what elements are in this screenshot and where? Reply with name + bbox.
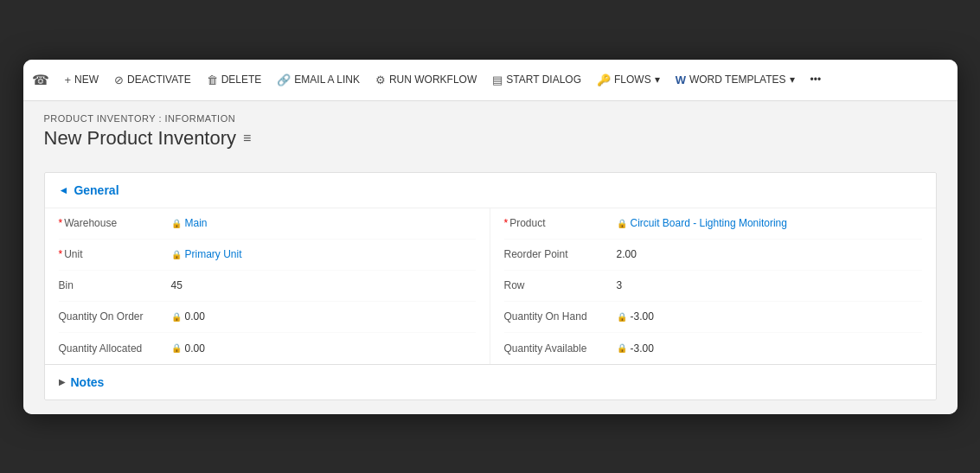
qty-order-lock-icon: 🔒 xyxy=(171,312,182,322)
email-link-icon: 🔗 xyxy=(277,74,291,86)
deactivate-icon: ⊘ xyxy=(114,74,124,86)
page-title: New Product Inventory xyxy=(44,127,237,150)
quantity-available-label: Quantity Available xyxy=(504,342,617,355)
warehouse-row: Warehouse 🔒 Main xyxy=(59,208,476,240)
quantity-on-order-row: Quantity On Order 🔒 0.00 xyxy=(59,302,476,333)
more-icon: ••• xyxy=(810,74,822,86)
row-value: 3 xyxy=(617,279,623,291)
unit-row: Unit 🔒 Primary Unit xyxy=(59,240,476,271)
form-right-column: Product 🔒 Circuit Board - Lighting Monit… xyxy=(490,208,936,364)
general-section-title: General xyxy=(74,183,118,197)
email-link-button[interactable]: 🔗 EMAIL A LINK xyxy=(270,68,367,92)
page-title-container: New Product Inventory ≡ xyxy=(44,127,937,150)
more-button[interactable]: ••• xyxy=(804,68,829,91)
quantity-allocated-value: 🔒 0.00 xyxy=(171,342,205,355)
flows-button[interactable]: 🔑 FLOWS ▾ xyxy=(590,68,667,92)
main-content: ◄ General Warehouse 🔒 Main Unit xyxy=(23,158,958,414)
quantity-on-hand-row: Quantity On Hand 🔒 -3.00 xyxy=(504,302,922,333)
bin-value: 45 xyxy=(171,279,183,291)
general-card: ◄ General Warehouse 🔒 Main Unit xyxy=(44,172,937,400)
header-area: PRODUCT INVENTORY : INFORMATION New Prod… xyxy=(23,101,958,158)
notes-section-header[interactable]: ▶ Notes xyxy=(45,364,936,399)
dialog-icon: ▤ xyxy=(492,74,503,86)
quantity-on-order-value: 🔒 0.00 xyxy=(171,310,205,323)
product-value[interactable]: 🔒 Circuit Board - Lighting Monitoring xyxy=(617,217,787,229)
flows-icon: 🔑 xyxy=(597,74,611,86)
product-row: Product 🔒 Circuit Board - Lighting Monit… xyxy=(504,208,922,240)
quantity-on-order-label: Quantity On Order xyxy=(59,310,171,323)
bin-row: Bin 45 xyxy=(59,271,476,302)
general-section-header[interactable]: ◄ General xyxy=(45,173,936,208)
warehouse-label: Warehouse xyxy=(59,217,171,229)
quantity-allocated-row: Quantity Allocated 🔒 0.00 xyxy=(59,333,476,364)
toolbar: ☎ + NEW ⊘ DEACTIVATE 🗑 DELETE 🔗 EMAIL A … xyxy=(23,60,958,101)
bin-label: Bin xyxy=(59,279,171,291)
new-icon: + xyxy=(65,74,72,86)
delete-icon: 🗑 xyxy=(207,74,218,86)
form-grid: Warehouse 🔒 Main Unit 🔒 Primary Unit xyxy=(45,208,936,364)
word-templates-icon: W xyxy=(676,74,686,86)
page-menu-icon[interactable]: ≡ xyxy=(243,131,251,146)
warehouse-value[interactable]: 🔒 Main xyxy=(171,217,208,229)
qty-hand-lock-icon: 🔒 xyxy=(617,312,627,322)
notes-arrow: ▶ xyxy=(59,377,66,387)
quantity-available-value: 🔒 -3.00 xyxy=(617,342,654,355)
reorder-point-label: Reorder Point xyxy=(504,248,617,260)
unit-value[interactable]: 🔒 Primary Unit xyxy=(171,248,242,260)
quantity-available-row: Quantity Available 🔒 -3.00 xyxy=(504,333,922,364)
qty-avail-lock-icon: 🔒 xyxy=(617,343,627,353)
delete-button[interactable]: 🗑 DELETE xyxy=(200,68,269,92)
qty-alloc-lock-icon: 🔒 xyxy=(171,343,182,353)
reorder-point-row: Reorder Point 2.00 xyxy=(504,240,922,271)
word-templates-button[interactable]: W WORD TEMPLATES ▾ xyxy=(669,68,802,92)
unit-lock-icon: 🔒 xyxy=(171,250,182,259)
run-workflow-button[interactable]: ⚙ RUN WORKFLOW xyxy=(368,68,484,92)
quantity-on-hand-value: 🔒 -3.00 xyxy=(617,310,654,323)
row-row: Row 3 xyxy=(504,271,922,302)
deactivate-button[interactable]: ⊘ DEACTIVATE xyxy=(107,68,198,92)
word-templates-dropdown-icon: ▾ xyxy=(790,74,795,86)
reorder-point-value: 2.00 xyxy=(617,248,637,260)
row-label: Row xyxy=(504,279,617,291)
notes-title: Notes xyxy=(71,375,105,389)
quantity-on-hand-label: Quantity On Hand xyxy=(504,310,617,323)
product-lock-icon: 🔒 xyxy=(617,219,627,228)
warehouse-lock-icon: 🔒 xyxy=(171,219,182,228)
form-left-column: Warehouse 🔒 Main Unit 🔒 Primary Unit xyxy=(45,208,490,364)
flows-dropdown-icon: ▾ xyxy=(655,74,660,86)
quantity-allocated-label: Quantity Allocated xyxy=(59,342,171,355)
breadcrumb: PRODUCT INVENTORY : INFORMATION xyxy=(44,113,937,124)
app-window: ☎ + NEW ⊘ DEACTIVATE 🗑 DELETE 🔗 EMAIL A … xyxy=(23,60,958,414)
product-label: Product xyxy=(504,217,617,229)
new-button[interactable]: + NEW xyxy=(58,68,106,92)
general-section-arrow: ◄ xyxy=(59,184,69,196)
start-dialog-button[interactable]: ▤ START DIALOG xyxy=(485,68,588,92)
workflow-icon: ⚙ xyxy=(375,74,386,86)
unit-label: Unit xyxy=(59,248,171,260)
phone-icon: ☎ xyxy=(32,72,49,88)
